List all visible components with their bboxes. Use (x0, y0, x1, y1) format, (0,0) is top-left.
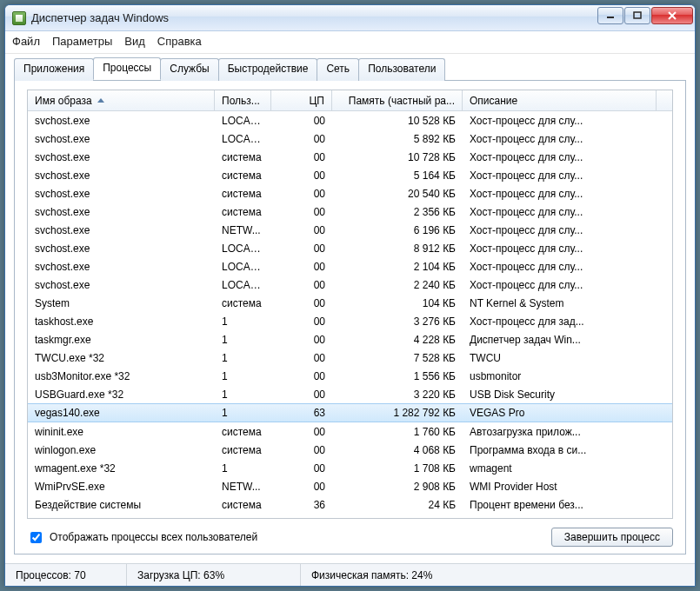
cell-description: usbmonitor (463, 370, 672, 382)
cell-memory: 2 356 КБ (332, 206, 463, 218)
show-all-users-input[interactable] (30, 532, 42, 543)
tab-performance[interactable]: Быстродействие (218, 58, 318, 81)
tab-services[interactable]: Службы (160, 58, 218, 81)
cell-cpu: 00 (271, 261, 332, 273)
table-row[interactable]: WmiPrvSE.exeNETW...002 908 КБWMI Provide… (28, 477, 672, 495)
menu-help[interactable]: Справка (157, 35, 202, 48)
cell-description: Процент времени без... (463, 499, 672, 511)
cell-user: LOCAL... (215, 115, 271, 127)
tabs: Приложения Процессы Службы Быстродействи… (14, 57, 686, 81)
cell-name: taskhost.exe (28, 315, 215, 328)
window-title: Диспетчер задач Windows (31, 11, 169, 24)
table-row[interactable]: wmagent.exe *321001 708 КБwmagent (28, 459, 672, 477)
cell-memory: 1 556 КБ (332, 370, 463, 382)
table-row[interactable]: winlogon.exeсистема004 068 КБПрограмма в… (28, 441, 672, 459)
tab-network[interactable]: Сеть (317, 58, 359, 81)
cell-memory: 8 912 КБ (332, 242, 463, 255)
col-memory[interactable]: Память (частный ра... (332, 90, 463, 110)
table-row[interactable]: svchost.exeLOCAL...0010 528 КБХост-проце… (28, 111, 672, 129)
table-row[interactable]: svchost.exeсистема0010 728 КБХост-процес… (28, 148, 672, 166)
table-row[interactable]: Systemсистема00104 КБNT Kernel & System (28, 294, 672, 312)
menu-view[interactable]: Вид (124, 35, 145, 48)
cell-description: Хост-процесс для слу... (463, 151, 672, 163)
table-row[interactable]: taskmgr.exe1004 228 КБДиспетчер задач Wi… (28, 330, 672, 349)
cell-user: LOCAL... (215, 279, 271, 291)
show-all-users-label: Отображать процессы всех пользователей (50, 531, 257, 543)
cell-description: USB Disk Security (463, 388, 672, 401)
table-row[interactable]: svchost.exeLOCAL...002 240 КБХост-процес… (28, 276, 672, 294)
cell-name: TWCU.exe *32 (28, 352, 215, 364)
close-button[interactable] (651, 7, 693, 24)
cell-cpu: 00 (271, 444, 332, 456)
end-process-button[interactable]: Завершить процесс (551, 528, 673, 547)
cell-memory: 2 240 КБ (332, 279, 463, 291)
cell-memory: 1 708 КБ (332, 462, 463, 475)
cell-memory: 7 528 КБ (332, 352, 463, 364)
tab-processes[interactable]: Процессы (93, 57, 161, 80)
cell-name: svchost.exe (28, 115, 215, 127)
table-row[interactable]: svchost.exeLOCAL...002 104 КБХост-процес… (28, 257, 672, 276)
tab-users[interactable]: Пользователи (358, 58, 445, 81)
col-description[interactable]: Описание (463, 90, 657, 110)
statusbar: Процессов: 70 Загрузка ЦП: 63% Физическа… (5, 563, 695, 586)
cell-name: wininit.exe (28, 426, 215, 438)
cell-memory: 5 892 КБ (332, 133, 463, 145)
table-header: Имя образа Польз... ЦП Память (частный р… (28, 90, 672, 111)
cell-description: Хост-процесс для слу... (463, 279, 672, 291)
titlebar[interactable]: Диспетчер задач Windows (5, 5, 695, 31)
table-row[interactable]: svchost.exeсистема002 356 КБХост-процесс… (28, 203, 672, 221)
cell-cpu: 00 (271, 206, 332, 218)
table-row[interactable]: svchost.exeNETW...006 196 КБХост-процесс… (28, 221, 672, 239)
cell-cpu: 00 (271, 352, 332, 364)
cell-cpu: 00 (271, 388, 332, 401)
menu-options[interactable]: Параметры (52, 35, 112, 48)
cell-memory: 2 104 КБ (332, 261, 463, 273)
cell-name: wmagent.exe *32 (28, 462, 215, 475)
table-row[interactable]: USBGuard.exe *321003 220 КБUSB Disk Secu… (28, 385, 672, 403)
cell-name: svchost.exe (28, 133, 215, 145)
minimize-button[interactable] (597, 7, 623, 24)
cell-cpu: 63 (271, 407, 332, 419)
cell-memory: 1 760 КБ (332, 426, 463, 438)
table-row[interactable]: usb3Monitor.exe *321001 556 КБusbmonitor (28, 367, 672, 385)
table-row[interactable]: svchost.exeсистема005 164 КБХост-процесс… (28, 166, 672, 184)
task-manager-window: Диспетчер задач Windows Файл Параметры В… (4, 4, 696, 587)
tab-applications[interactable]: Приложения (14, 58, 94, 81)
cell-name: USBGuard.exe *32 (28, 388, 215, 401)
col-user[interactable]: Польз... (215, 90, 271, 110)
menu-file[interactable]: Файл (12, 35, 40, 48)
cell-memory: 1 282 792 КБ (332, 407, 463, 419)
cell-name: usb3Monitor.exe *32 (28, 370, 215, 382)
table-row[interactable]: svchost.exeLOCAL...008 912 КБХост-процес… (28, 239, 672, 257)
cell-user: 1 (215, 407, 271, 419)
cell-user: 1 (215, 370, 271, 382)
cell-cpu: 00 (271, 115, 332, 127)
table-row[interactable]: Бездействие системысистема3624 КБПроцент… (28, 495, 672, 514)
table-row[interactable]: svchost.exeLOCAL...005 892 КБХост-процес… (28, 129, 672, 148)
cell-name: winlogon.exe (28, 444, 215, 456)
table-body[interactable]: svchost.exeLOCAL...0010 528 КБХост-проце… (28, 111, 672, 518)
cell-cpu: 00 (271, 297, 332, 309)
cell-memory: 6 196 КБ (332, 224, 463, 236)
cell-name: svchost.exe (28, 261, 215, 273)
status-memory: Физическая память: 24% (301, 564, 695, 586)
cell-user: система (215, 169, 271, 182)
table-row[interactable]: svchost.exeсистема0020 540 КБХост-процес… (28, 184, 672, 203)
cell-memory: 10 728 КБ (332, 151, 463, 163)
cell-description: Диспетчер задач Win... (463, 334, 672, 346)
table-row[interactable]: wininit.exeсистема001 760 КБАвтозагрузка… (28, 422, 672, 441)
show-all-users-checkbox[interactable]: Отображать процессы всех пользователей (27, 529, 257, 546)
cell-name: taskmgr.exe (28, 334, 215, 346)
cell-description: Хост-процесс для слу... (463, 261, 672, 273)
cell-cpu: 00 (271, 151, 332, 163)
cell-name: svchost.exe (28, 151, 215, 163)
table-row[interactable]: taskhost.exe1003 276 КБХост-процесс для … (28, 312, 672, 330)
table-row[interactable]: TWCU.exe *321007 528 КБTWCU (28, 349, 672, 367)
maximize-button[interactable] (624, 7, 650, 24)
table-row[interactable]: vegas140.exe1631 282 792 КБVEGAS Pro (28, 403, 672, 422)
cell-memory: 104 КБ (332, 297, 463, 309)
col-image-name[interactable]: Имя образа (28, 90, 215, 110)
col-cpu[interactable]: ЦП (271, 90, 332, 110)
tab-content: Имя образа Польз... ЦП Память (частный р… (14, 81, 686, 554)
cell-memory: 3 276 КБ (332, 315, 463, 328)
